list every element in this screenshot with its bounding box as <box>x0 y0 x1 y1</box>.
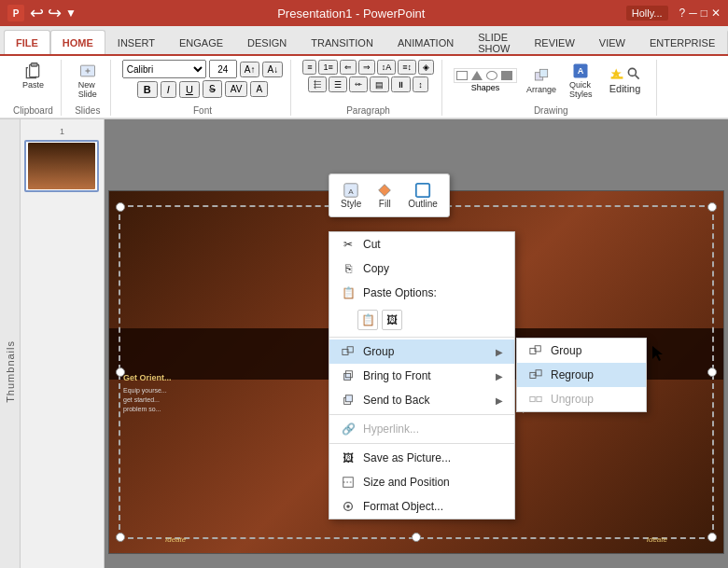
ctx-send-back-label: Send to Back <box>363 394 429 407</box>
numbering-btn[interactable]: 1≡ <box>318 60 337 75</box>
line-spacing-btn[interactable]: ↕ <box>413 76 428 92</box>
close-btn[interactable]: ✕ <box>711 7 721 20</box>
font-size-decrease-btn[interactable]: A↓ <box>262 62 283 77</box>
align-center-btn[interactable]: ☰ <box>329 76 347 92</box>
tab-transition[interactable]: TRANSITION <box>299 30 385 54</box>
slide-thumbnail-1[interactable] <box>24 140 99 192</box>
ctx-size-position[interactable]: Size and Position <box>329 470 514 494</box>
tab-review[interactable]: REVIEW <box>522 30 586 54</box>
svg-text:A: A <box>348 187 354 196</box>
font-size-increase-btn[interactable]: A↑ <box>240 62 260 77</box>
smartart-btn[interactable]: ◈ <box>418 60 434 75</box>
help-btn[interactable]: ? <box>679 7 686 20</box>
save-picture-icon: 🖼 <box>341 450 356 465</box>
font-color-btn[interactable]: A <box>250 81 268 97</box>
new-slide-btn[interactable]: NewSlide <box>73 60 103 101</box>
ctx-format-object[interactable]: Format Object... <box>329 494 514 519</box>
maximize-btn[interactable]: □ <box>701 7 707 20</box>
mini-outline-btn[interactable]: Outline <box>400 178 445 213</box>
mini-fill-btn[interactable]: Fill <box>369 178 400 213</box>
editing-section[interactable]: Editing <box>602 66 649 94</box>
tab-view[interactable]: VIEW <box>587 30 637 54</box>
mini-style-btn[interactable]: A Style <box>333 178 369 213</box>
paste-btn[interactable]: Paste <box>18 60 48 91</box>
tab-home[interactable]: HOME <box>50 30 105 54</box>
ctx-paste-row[interactable]: 📋 🖼 <box>329 305 514 335</box>
shape-rect[interactable] <box>456 71 468 80</box>
font-size-input[interactable] <box>209 60 237 78</box>
ctx-hyperlink-label: Hyperlink... <box>363 423 419 436</box>
ctx-paste-label: Paste Options: <box>363 286 437 299</box>
main-layout: Thumbnails 1 Get Orient... Equip yourse.… <box>0 119 728 568</box>
size-pos-icon <box>341 475 356 490</box>
slides-content: NewSlide <box>73 60 103 101</box>
slide-number-label: 1 <box>24 127 100 136</box>
ctx-sep-2 <box>329 414 514 415</box>
paste-icon-1[interactable]: 📋 <box>357 310 378 330</box>
ctx-save-picture[interactable]: 🖼 Save as Picture... <box>329 446 514 470</box>
handle-br[interactable] <box>707 533 717 542</box>
user-btn[interactable]: Holly... <box>626 6 668 21</box>
paste-icon-2[interactable]: 🖼 <box>382 310 402 330</box>
editing-label: Editing <box>609 83 641 94</box>
tab-design[interactable]: DESIGN <box>235 30 299 54</box>
ribbon-content: Paste Clipboard NewSlide Slides Calibri … <box>0 54 728 118</box>
align-text-btn[interactable]: ≡↕ <box>398 60 416 75</box>
drawing-content: Shapes Arrange A QuickStyles Editing <box>454 60 649 101</box>
hyperlink-icon: 🔗 <box>341 422 356 436</box>
ribbon-group-font: Calibri A↑ A↓ B I U S̶ AV A Font <box>115 60 291 116</box>
submenu-ungroup-label: Ungroup <box>551 393 594 406</box>
shape-triangle[interactable] <box>471 71 483 80</box>
quick-styles-label: QuickStyles <box>569 80 593 99</box>
tab-animation[interactable]: ANIMATION <box>385 30 466 54</box>
font-family-select[interactable]: Calibri <box>122 60 206 78</box>
bullets-btn[interactable]: ≡ <box>302 60 316 75</box>
tab-engage[interactable]: ENGAGE <box>167 30 235 54</box>
ctx-size-position-label: Size and Position <box>363 476 450 489</box>
align-right-btn[interactable]: ⬰ <box>349 76 368 92</box>
shapes-area: Shapes <box>454 68 517 92</box>
submenu-ungroup: Ungroup <box>517 387 646 411</box>
submenu-regroup[interactable]: Regroup <box>517 363 646 387</box>
ctx-send-back[interactable]: Send to Back ▶ <box>329 388 514 412</box>
text-direction-btn[interactable]: ↕A <box>377 60 397 75</box>
minimize-btn[interactable]: ─ <box>689 7 697 20</box>
ctx-copy[interactable]: ⎘ Copy <box>329 256 514 281</box>
ctx-cut[interactable]: ✂ Cut <box>329 232 514 256</box>
powerpoint-icon: P <box>7 5 24 21</box>
tab-slideshow[interactable]: SLIDE SHOW <box>466 30 522 54</box>
svg-rect-24 <box>344 373 351 380</box>
ctx-bring-front[interactable]: Bring to Front ▶ <box>329 364 514 388</box>
indent-decrease-btn[interactable]: ⇐ <box>340 60 357 75</box>
redo-btn[interactable]: ↪ <box>48 3 62 23</box>
tab-enterprise[interactable]: ENTERPRISE <box>637 30 727 54</box>
handle-bm[interactable] <box>412 533 421 542</box>
quick-styles-btn[interactable]: A QuickStyles <box>566 60 596 101</box>
justify-btn[interactable]: ▤ <box>370 76 389 92</box>
quick-access-btn[interactable]: ▼ <box>65 7 77 20</box>
underline-btn[interactable]: U <box>179 81 200 98</box>
handle-bl[interactable] <box>116 533 125 542</box>
shape-oval[interactable] <box>486 71 497 80</box>
align-left-btn[interactable]: ⬱ <box>308 76 327 92</box>
submenu-group[interactable]: Group <box>517 339 646 363</box>
shape-fill[interactable] <box>501 71 512 80</box>
handle-tl[interactable] <box>116 202 125 212</box>
ctx-sep-1 <box>329 337 514 338</box>
arrange-btn[interactable]: Arrange <box>523 64 560 96</box>
tab-insert[interactable]: INSERT <box>105 30 167 54</box>
cols-btn[interactable]: ⏸ <box>391 76 411 92</box>
handle-mr[interactable] <box>707 367 717 377</box>
bold-btn[interactable]: B <box>137 81 158 98</box>
italic-btn[interactable]: I <box>161 81 176 98</box>
handle-tr[interactable] <box>707 202 717 212</box>
ctx-group-label: Group <box>363 345 394 358</box>
indent-increase-btn[interactable]: ⇒ <box>358 60 375 75</box>
undo-btn[interactable]: ↩ <box>30 3 44 23</box>
strikethrough-btn[interactable]: S̶ <box>203 80 222 98</box>
handle-ml[interactable] <box>116 367 125 377</box>
tab-file[interactable]: FILE <box>4 30 50 54</box>
group-arrow: ▶ <box>496 347 503 357</box>
char-spacing-btn[interactable]: AV <box>225 81 248 97</box>
ctx-group[interactable]: Group ▶ Group Regroup <box>329 339 514 364</box>
